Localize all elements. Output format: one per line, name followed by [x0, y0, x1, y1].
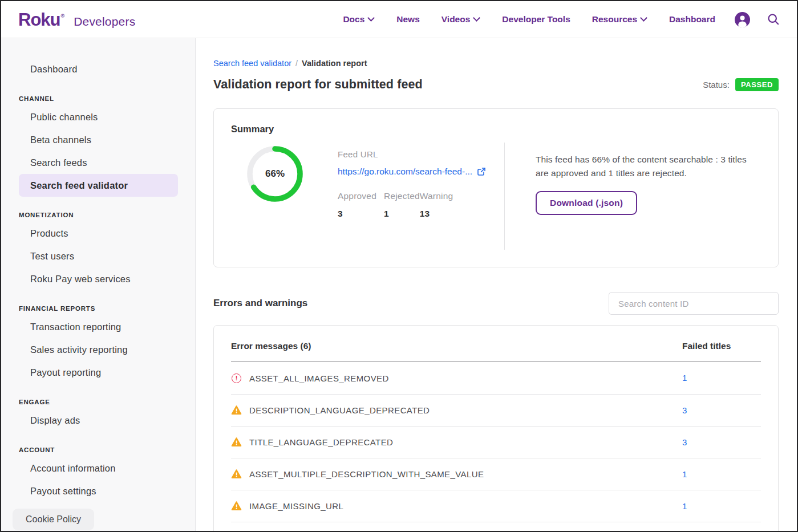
- search-icon[interactable]: [767, 13, 780, 26]
- sidebar-item[interactable]: MONETIZATION: [19, 210, 178, 220]
- cookie-policy-button[interactable]: Cookie Policy: [13, 509, 94, 530]
- sidebar-item-label: Account information: [30, 463, 116, 473]
- breadcrumb-separator: /: [295, 59, 298, 68]
- sidebar-item-label: Transaction reporting: [30, 322, 121, 332]
- download-json-button[interactable]: Download (.json): [536, 191, 637, 215]
- nav-item-label: Dashboard: [669, 14, 715, 25]
- error-icon: !: [231, 373, 242, 384]
- errors-heading: Errors and warnings: [213, 298, 307, 309]
- sidebar-item[interactable]: Dashboard: [19, 58, 178, 80]
- sidebar-item-label: ENGAGE: [19, 399, 50, 405]
- stat-value: 3: [338, 209, 384, 219]
- error-message-text: TITLE_LANGUAGE_DEPRECATED: [249, 437, 393, 447]
- page-title: Validation report for submitted feed: [213, 78, 423, 92]
- table-row: ! ASSET_MULTIPLE_DESCRIPTION_WITH_SAME_V…: [231, 458, 761, 490]
- warning-icon: [231, 501, 242, 511]
- error-message-text: ASSET_MULTIPLE_DESCRIPTION_WITH_SAME_VAL…: [249, 469, 484, 479]
- nav-item-label: Resources: [592, 14, 637, 25]
- user-avatar-icon[interactable]: [735, 12, 750, 27]
- sidebar-item[interactable]: Display ads: [19, 409, 178, 432]
- nav-item[interactable]: Resources: [592, 14, 647, 25]
- summary-stat: Warning 13: [420, 191, 453, 219]
- sidebar-item-label: Payout settings: [30, 486, 96, 496]
- nav-item-label: Videos: [441, 14, 471, 25]
- roku-logo: Roku: [18, 11, 60, 29]
- sidebar-item-label: Test users: [30, 251, 74, 261]
- searchable-donut-chart: 66%: [247, 146, 303, 202]
- sidebar-item-label: Sales activity reporting: [30, 344, 128, 355]
- sidebar-item-label: FINANCIAL REPORTS: [19, 305, 95, 312]
- stat-label: Rejected: [384, 191, 420, 201]
- registered-mark: ®: [61, 13, 65, 19]
- sidebar-item[interactable]: Sales activity reporting: [19, 338, 178, 361]
- main-content: Search feed validator / Validation repor…: [196, 38, 797, 531]
- sidebar-item[interactable]: Payout settings: [19, 480, 178, 502]
- nav-item[interactable]: Videos: [441, 14, 481, 25]
- search-content-id-input[interactable]: [609, 292, 779, 315]
- sidebar-item[interactable]: Payout reporting: [19, 361, 178, 384]
- stat-value: 13: [420, 209, 453, 219]
- sidebar-item-label: Display ads: [30, 415, 80, 425]
- sidebar: Dashboard CHANNEL Public channels Beta c…: [1, 38, 196, 531]
- sidebar-item[interactable]: Search feeds: [19, 151, 178, 174]
- sidebar-item-label: Search feed validator: [30, 180, 128, 190]
- feed-url-link[interactable]: https://go.roku.com/search-feed-...: [338, 166, 472, 177]
- sidebar-nav: Dashboard CHANNEL Public channels Beta c…: [1, 58, 195, 525]
- warning-icon: [231, 437, 242, 448]
- failed-titles-link[interactable]: 1: [682, 501, 687, 511]
- breadcrumb: Search feed validator / Validation repor…: [213, 59, 779, 68]
- errors-table-rows: ! ASSET_ALL_IMAGES_REMOVED: [231, 362, 761, 522]
- table-row: ! DESCRIPTION_LANGUAGE_DEPRECATED: [231, 394, 761, 426]
- stat-label: Approved: [338, 191, 384, 201]
- summary-stat: Approved 3: [338, 191, 384, 219]
- top-header: Roku ® Developers Docs News Videos Devel…: [1, 1, 797, 38]
- summary-heading: Summary: [231, 124, 761, 135]
- error-message-text: DESCRIPTION_LANGUAGE_DEPRECATED: [249, 405, 430, 415]
- status-label: Status:: [703, 80, 730, 90]
- failed-titles-link[interactable]: 1: [682, 373, 687, 383]
- table-row: ! ASSET_ALL_IMAGES_REMOVED: [231, 362, 761, 394]
- nav-item-label: Developer Tools: [502, 14, 570, 25]
- brand[interactable]: Roku ® Developers: [18, 11, 135, 29]
- sidebar-item-label: Dashboard: [30, 64, 78, 74]
- sidebar-item[interactable]: Transaction reporting: [19, 315, 178, 338]
- failed-titles-link[interactable]: 1: [682, 469, 687, 479]
- sidebar-item[interactable]: Beta channels: [19, 128, 178, 151]
- nav-item[interactable]: Dashboard: [669, 14, 715, 25]
- sidebar-item[interactable]: ENGAGE: [19, 397, 178, 407]
- sidebar-item-label: Products: [30, 228, 68, 238]
- stat-label: Warning: [420, 191, 453, 201]
- breadcrumb-current: Validation report: [302, 59, 367, 68]
- failed-titles-link[interactable]: 3: [682, 437, 687, 447]
- warning-icon: [231, 469, 242, 480]
- sidebar-item[interactable]: Roku Pay web services: [19, 267, 178, 290]
- sidebar-item[interactable]: ACCOUNT: [19, 445, 178, 454]
- feed-url-label: Feed URL: [338, 149, 504, 159]
- sidebar-item[interactable]: Account information: [19, 457, 178, 480]
- breadcrumb-parent-link[interactable]: Search feed validator: [213, 59, 291, 68]
- chevron-down-icon: [641, 15, 647, 22]
- external-link-icon[interactable]: [477, 167, 486, 176]
- column-header-failed-titles: Failed titles: [682, 341, 761, 351]
- summary-divider: [504, 143, 505, 250]
- sidebar-item-label: Beta channels: [30, 135, 91, 145]
- sidebar-item[interactable]: FINANCIAL REPORTS: [19, 304, 178, 313]
- table-row: ! IMAGE_MISSING_URL: [231, 490, 761, 522]
- sidebar-item[interactable]: Products: [19, 222, 178, 245]
- nav-item[interactable]: Developer Tools: [502, 14, 570, 25]
- chevron-down-icon: [474, 15, 480, 22]
- failed-titles-link[interactable]: 3: [682, 405, 687, 415]
- nav-item[interactable]: News: [396, 14, 420, 25]
- warning-icon: [231, 405, 242, 416]
- sidebar-item-label: ACCOUNT: [19, 446, 55, 453]
- nav-item[interactable]: Docs: [343, 14, 375, 25]
- sidebar-item-label: Roku Pay web services: [30, 274, 131, 284]
- error-message-text: ASSET_ALL_IMAGES_REMOVED: [249, 373, 389, 383]
- sidebar-item[interactable]: Public channels: [19, 105, 178, 128]
- chevron-down-icon: [368, 15, 375, 22]
- stat-value: 1: [384, 209, 420, 219]
- sidebar-item[interactable]: Search feed validator: [19, 174, 178, 197]
- sidebar-item[interactable]: Test users: [19, 245, 178, 267]
- summary-card: Summary 66% Feed URL https://go.roku.com…: [213, 108, 779, 267]
- sidebar-item[interactable]: CHANNEL: [19, 94, 178, 103]
